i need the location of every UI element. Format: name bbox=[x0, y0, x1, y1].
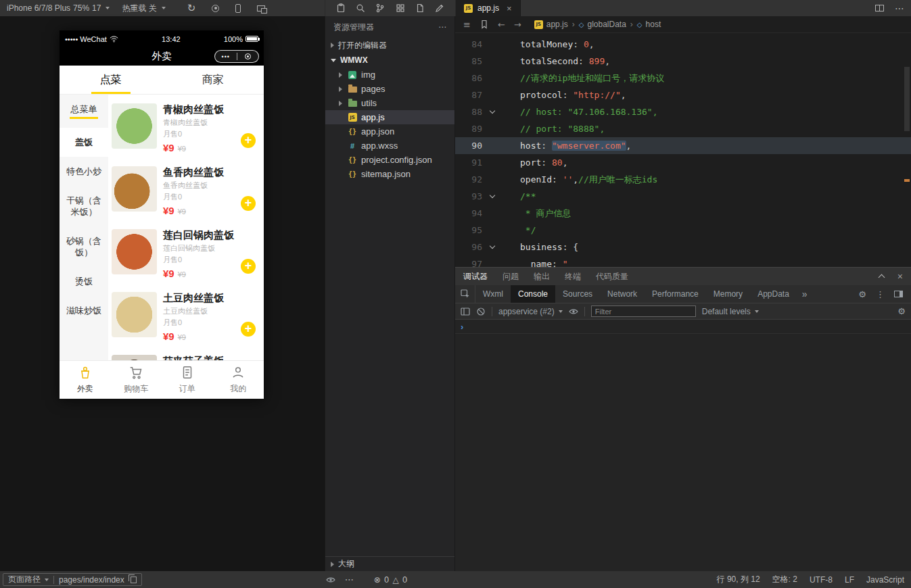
code-line-90[interactable]: 90host: "wmserver.com", bbox=[455, 137, 911, 154]
eol-setting[interactable]: LF bbox=[845, 575, 854, 585]
fold-icon[interactable] bbox=[485, 239, 500, 255]
line-number[interactable]: 97 bbox=[455, 255, 485, 267]
git-branch-icon[interactable] bbox=[375, 3, 385, 13]
line-number[interactable]: 87 bbox=[455, 87, 485, 103]
page-path-selector[interactable]: 页面路径 bbox=[8, 574, 49, 585]
indent-setting[interactable]: 空格: 2 bbox=[772, 574, 797, 585]
code-line-93[interactable]: 93/** bbox=[455, 188, 911, 205]
bookmark-icon[interactable] bbox=[480, 20, 489, 29]
language-mode[interactable]: JavaScript bbox=[866, 575, 904, 585]
code-line-87[interactable]: 87protocol: "http://", bbox=[455, 87, 911, 103]
line-number[interactable]: 92 bbox=[455, 171, 485, 188]
more-icon[interactable]: ⋯ bbox=[438, 22, 446, 32]
code-editor[interactable]: 84totalMoney: 0,85totalSecond: 899,86//请… bbox=[455, 33, 911, 267]
dish-item[interactable]: +青椒肉丝盖饭青椒肉丝盖饭月售0¥9¥9 bbox=[108, 95, 264, 157]
breadcrumb-item-host[interactable]: ◇host bbox=[637, 20, 661, 29]
fold-icon[interactable] bbox=[485, 188, 500, 205]
tabbar-item-外卖[interactable]: 外卖 bbox=[60, 361, 111, 399]
gear-icon[interactable]: ⚙ bbox=[858, 289, 866, 299]
devtools-tab-Console[interactable]: Console bbox=[511, 285, 555, 303]
forward-icon[interactable]: → bbox=[514, 20, 521, 30]
file-item-app.json[interactable]: {}app.json bbox=[325, 124, 454, 139]
clear-console-icon[interactable] bbox=[476, 307, 486, 316]
category-item-总菜单[interactable]: 总菜单 bbox=[60, 95, 108, 128]
category-item-干锅（含米饭）[interactable]: 干锅（含米饭） bbox=[60, 186, 108, 226]
line-number[interactable]: 86 bbox=[455, 70, 485, 87]
float-window-icon[interactable] bbox=[257, 5, 265, 11]
editor-scrollbar[interactable] bbox=[904, 67, 910, 131]
category-item-盖饭[interactable]: 盖饭 bbox=[60, 128, 108, 157]
file-item-sitemap.json[interactable]: {}sitemap.json bbox=[325, 167, 454, 181]
dish-item[interactable]: 茄夹茄子盖饭 bbox=[108, 346, 264, 360]
refresh-icon[interactable]: ↻ bbox=[187, 2, 196, 14]
console-output[interactable]: › bbox=[455, 320, 911, 571]
code-line-96[interactable]: 96business: { bbox=[455, 239, 911, 255]
dish-item[interactable]: +鱼香肉丝盖饭鱼香肉丝盖饭月售0¥9¥9 bbox=[108, 157, 264, 220]
line-number[interactable]: 84 bbox=[455, 36, 485, 53]
line-number[interactable]: 85 bbox=[455, 53, 485, 70]
line-number[interactable]: 90 bbox=[455, 137, 485, 154]
console-prompt-row[interactable]: › bbox=[455, 320, 911, 334]
file-item-project.config.json[interactable]: {}project.config.json bbox=[325, 153, 454, 167]
line-number[interactable]: 88 bbox=[455, 103, 485, 120]
code-line-85[interactable]: 85totalSecond: 899, bbox=[455, 53, 911, 70]
breadcrumb-item-app.js[interactable]: JSapp.js bbox=[534, 20, 568, 29]
dock-side-icon[interactable] bbox=[894, 291, 903, 297]
outline-section[interactable]: 大纲 bbox=[325, 556, 454, 571]
record-icon[interactable] bbox=[212, 5, 219, 12]
hot-reload-toggle[interactable]: 热重载 关 bbox=[122, 3, 165, 14]
category-item-特色小炒[interactable]: 特色小炒 bbox=[60, 157, 108, 186]
tabbar-item-我的[interactable]: 我的 bbox=[213, 361, 264, 399]
line-number[interactable]: 89 bbox=[455, 120, 485, 137]
cursor-position[interactable]: 行 90, 列 12 bbox=[717, 574, 760, 585]
dish-item[interactable]: +莲白回锅肉盖饭莲白回锅肉盖饭月售0¥9¥9 bbox=[108, 220, 264, 283]
code-line-89[interactable]: 89// port: "8888", bbox=[455, 120, 911, 137]
line-number[interactable]: 95 bbox=[455, 222, 485, 239]
devtools-tab-Memory[interactable]: Memory bbox=[706, 285, 750, 303]
fold-icon[interactable] bbox=[485, 103, 500, 120]
panel-tab-问题[interactable]: 问题 bbox=[503, 271, 519, 283]
console-settings-icon[interactable]: ⚙ bbox=[897, 306, 906, 316]
code-line-95[interactable]: 95 */ bbox=[455, 222, 911, 239]
tab-商家[interactable]: 商家 bbox=[162, 66, 264, 94]
code-line-86[interactable]: 86//请求的ip地址和端口号，请求协议 bbox=[455, 70, 911, 87]
file-item-pages[interactable]: pages bbox=[325, 82, 454, 96]
search-icon[interactable] bbox=[356, 3, 365, 13]
code-line-88[interactable]: 88// host: "47.106.168.136", bbox=[455, 103, 911, 120]
devtools-tab-AppData[interactable]: AppData bbox=[750, 285, 797, 303]
devtools-tab-Sources[interactable]: Sources bbox=[555, 285, 600, 303]
add-to-cart-button[interactable]: + bbox=[241, 133, 256, 148]
project-root-section[interactable]: WMWX bbox=[325, 53, 454, 68]
breadcrumb-item-globalData[interactable]: ◇globalData bbox=[579, 20, 626, 29]
category-item-烫饭[interactable]: 烫饭 bbox=[60, 267, 108, 296]
console-sidebar-icon[interactable] bbox=[461, 307, 470, 316]
console-filter-input[interactable] bbox=[591, 305, 696, 317]
close-panel-icon[interactable]: × bbox=[897, 271, 903, 282]
devtools-tab-Performance[interactable]: Performance bbox=[645, 285, 706, 303]
line-number[interactable]: 94 bbox=[455, 205, 485, 222]
panel-tab-代码质量[interactable]: 代码质量 bbox=[596, 271, 628, 283]
eye-icon[interactable] bbox=[569, 307, 578, 316]
more-icon[interactable]: ⋯ bbox=[895, 3, 904, 14]
tabbar-item-订单[interactable]: 订单 bbox=[162, 361, 213, 399]
brush-icon[interactable] bbox=[435, 3, 444, 13]
collapse-panel-icon[interactable] bbox=[878, 274, 885, 281]
panel-tab-调试器[interactable]: 调试器 bbox=[463, 271, 488, 283]
file-item-utils[interactable]: utils bbox=[325, 96, 454, 110]
device-selector[interactable]: iPhone 6/7/8 Plus 75% 17 bbox=[7, 3, 110, 13]
execution-context-selector[interactable]: appservice (#2) bbox=[498, 307, 563, 316]
add-to-cart-button[interactable]: + bbox=[241, 259, 256, 274]
file-item-app.wxss[interactable]: #app.wxss bbox=[325, 139, 454, 153]
code-line-91[interactable]: 91port: 80, bbox=[455, 154, 911, 171]
grid-icon[interactable] bbox=[396, 3, 405, 13]
tab-点菜[interactable]: 点菜 bbox=[60, 66, 162, 94]
file-icon[interactable] bbox=[415, 3, 425, 13]
category-item-滋味炒饭[interactable]: 滋味炒饭 bbox=[60, 296, 108, 325]
problems-indicator[interactable]: ⊗ 0 △ 0 bbox=[374, 575, 408, 585]
devtools-tab-Wxml[interactable]: Wxml bbox=[475, 285, 511, 303]
code-line-94[interactable]: 94 * 商户信息 bbox=[455, 205, 911, 222]
more-tabs-icon[interactable]: » bbox=[797, 285, 813, 303]
add-to-cart-button[interactable]: + bbox=[241, 196, 256, 211]
eye-icon[interactable] bbox=[326, 575, 335, 585]
copy-icon[interactable] bbox=[131, 577, 137, 583]
